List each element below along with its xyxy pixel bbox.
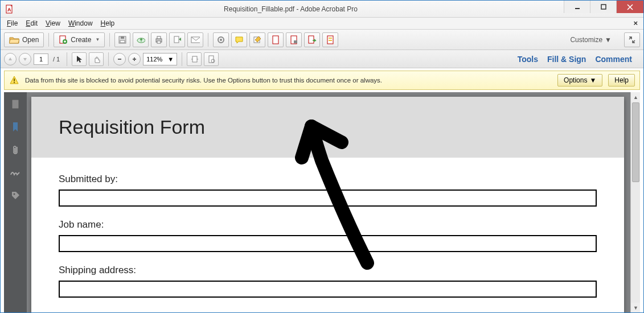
scroll-thumb[interactable] (632, 102, 639, 182)
comment-tool-button[interactable] (231, 32, 247, 47)
svg-point-34 (14, 193, 15, 195)
infobar-message: Data from this site is blocked to avoid … (25, 77, 552, 84)
attachments-button[interactable] (9, 143, 22, 156)
settings-button[interactable] (213, 32, 229, 47)
share-button[interactable] (169, 32, 185, 47)
cloud-upload-icon (136, 36, 145, 44)
open-button[interactable]: Open (4, 32, 44, 47)
security-infobar: Data from this site is blocked to avoid … (4, 71, 640, 90)
pdf-tool-1-button[interactable] (268, 32, 284, 47)
zoom-out-button[interactable] (113, 53, 126, 65)
customize-label: Customize (570, 36, 602, 44)
minus-icon (117, 56, 122, 62)
scroll-down-button[interactable]: ▼ (631, 303, 640, 312)
document-viewport[interactable]: Requisition Form Submitted by: Job name:… (27, 92, 640, 312)
menu-bar: File Edit View Window Help × (1, 18, 643, 30)
zoom-in-button[interactable] (128, 53, 141, 65)
document-lock-icon (290, 35, 298, 44)
separator (182, 52, 182, 66)
window-close-button[interactable] (616, 1, 643, 13)
svg-rect-27 (134, 57, 135, 61)
hand-tool-button[interactable] (89, 52, 104, 66)
speech-bubble-icon (235, 36, 244, 44)
select-tool-button[interactable] (72, 52, 87, 66)
menu-edit[interactable]: Edit (22, 18, 42, 28)
svg-rect-28 (192, 56, 197, 62)
email-button[interactable] (187, 32, 203, 47)
warning-icon (9, 75, 19, 85)
cursor-icon (75, 55, 83, 64)
document-arrow-icon (307, 35, 317, 44)
floppy-disk-icon (118, 35, 127, 44)
job-name-input[interactable] (59, 235, 597, 252)
svg-rect-31 (14, 79, 15, 81)
page-total-label: / 1 (51, 56, 62, 63)
save-button[interactable] (114, 32, 130, 47)
menu-view[interactable]: View (42, 18, 64, 28)
tools-panel-link[interactable]: Tools (518, 55, 538, 64)
document-area: Requisition Form Submitted by: Job name:… (4, 92, 640, 312)
window-title: Requisition_Fillable.pdf - Adobe Acrobat… (18, 5, 564, 13)
vertical-scrollbar[interactable]: ▲ ▼ (630, 92, 640, 312)
fit-width-button[interactable] (187, 52, 202, 66)
window-maximize-button[interactable] (590, 1, 616, 13)
customize-button[interactable]: Customize ▼ (565, 34, 616, 46)
svg-rect-13 (174, 36, 179, 43)
main-toolbar: Open Create ▼ Customize (1, 30, 643, 50)
fill-sign-panel-link[interactable]: Fill & Sign (547, 55, 586, 64)
document-close-button[interactable]: × (631, 19, 640, 27)
svg-rect-23 (329, 38, 332, 39)
pdf-tool-2-button[interactable] (286, 32, 302, 47)
scroll-up-button[interactable]: ▲ (631, 92, 640, 102)
expand-toolbar-button[interactable] (624, 32, 640, 47)
bookmarks-button[interactable] (9, 121, 22, 133)
create-label: Create (71, 36, 91, 44)
create-pdf-icon (59, 35, 68, 44)
plus-icon (132, 56, 137, 62)
signatures-button[interactable] (9, 166, 22, 179)
svg-rect-11 (157, 36, 161, 39)
zoom-value: 112% (146, 56, 162, 63)
menu-file[interactable]: File (3, 18, 22, 28)
field-label: Submitted by: (59, 174, 597, 185)
menu-window[interactable]: Window (64, 18, 97, 28)
svg-rect-7 (121, 36, 124, 39)
svg-rect-25 (118, 59, 121, 60)
infobar-options-button[interactable]: Options ▼ (557, 74, 602, 87)
gear-icon (216, 35, 225, 44)
edit-text-button[interactable] (249, 32, 265, 47)
print-button[interactable] (151, 32, 167, 47)
app-icon: A (5, 5, 14, 14)
comment-panel-link[interactable]: Comment (595, 55, 632, 64)
infobar-help-button[interactable]: Help (608, 74, 635, 87)
pdf-export-button[interactable] (304, 32, 320, 47)
svg-rect-32 (14, 82, 15, 83)
separator (48, 33, 49, 47)
submitted-by-input[interactable] (59, 190, 597, 207)
page-up-button[interactable] (4, 53, 17, 65)
create-button[interactable]: Create ▼ (54, 32, 105, 47)
page-thumbnails-button[interactable] (9, 98, 22, 110)
separator (108, 52, 109, 66)
envelope-icon (191, 36, 200, 43)
cloud-button[interactable] (133, 32, 149, 47)
tags-button[interactable] (9, 189, 22, 201)
zoom-select[interactable]: 112% ▼ (143, 53, 177, 65)
fit-width-icon (190, 55, 198, 63)
window-minimize-button[interactable] (564, 1, 590, 13)
svg-rect-3 (601, 5, 606, 9)
field-label: Shipping address: (59, 265, 597, 276)
fit-page-icon (207, 55, 215, 64)
navigation-toolbar: / 1 112% ▼ Tools Fill & Sign Comment (1, 50, 643, 68)
document-form-icon (326, 35, 334, 44)
svg-rect-20 (294, 40, 297, 43)
arrow-up-icon (7, 56, 13, 62)
menu-help[interactable]: Help (97, 18, 119, 28)
page-number-input[interactable] (34, 53, 48, 65)
fit-page-button[interactable] (204, 52, 219, 66)
pdf-forms-button[interactable] (322, 32, 338, 47)
shipping-address-input[interactable] (59, 281, 597, 298)
document-icon (272, 35, 280, 44)
page-down-button[interactable] (19, 53, 31, 65)
separator (67, 52, 67, 66)
